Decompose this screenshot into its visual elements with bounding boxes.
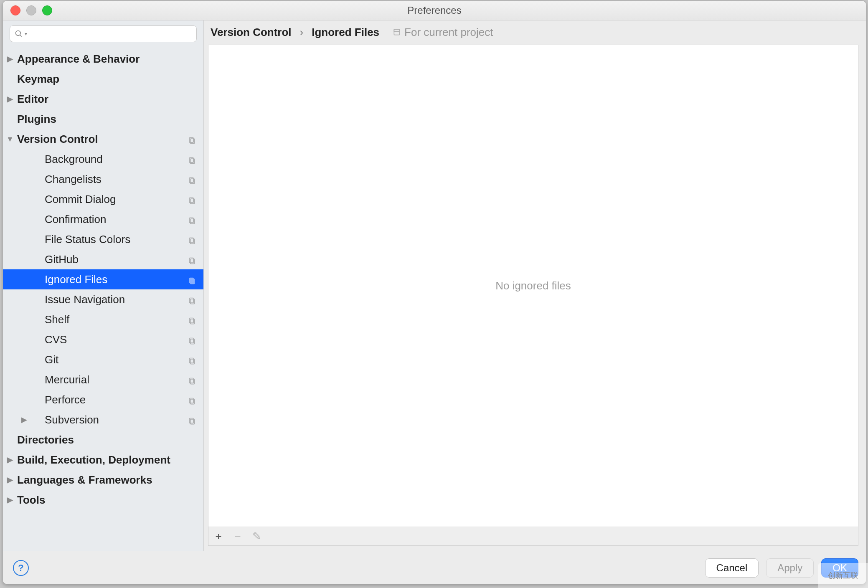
sidebar-item-cvs[interactable]: CVS (3, 329, 203, 350)
sidebar-item-version-control[interactable]: ▼Version Control (3, 129, 203, 149)
cancel-button[interactable]: Cancel (705, 558, 759, 578)
sidebar-item-label: Directories (17, 433, 203, 446)
sidebar-item-label: CVS (45, 333, 203, 346)
sidebar-item-issue-navigation[interactable]: Issue Navigation (3, 289, 203, 309)
add-button[interactable]: + (213, 530, 224, 542)
search-dropdown-icon[interactable]: ▾ (25, 31, 27, 37)
sidebar-item-appearance-behavior[interactable]: ▶Appearance & Behavior (3, 49, 203, 69)
sidebar-item-confirmation[interactable]: Confirmation (3, 209, 203, 229)
breadcrumb-part-2: Ignored Files (312, 26, 379, 39)
help-button[interactable]: ? (13, 560, 29, 576)
search-icon (15, 30, 23, 38)
project-scope-icon (188, 315, 196, 324)
dialog-footer: ? Cancel Apply OK (3, 551, 866, 584)
sidebar: ▾ ▶Appearance & BehaviorKeymap▶EditorPlu… (3, 20, 204, 551)
scope-label: For current project (393, 26, 493, 39)
svg-rect-32 (394, 29, 399, 35)
sidebar-item-label: Issue Navigation (45, 293, 203, 306)
project-scope-icon (188, 335, 196, 344)
sidebar-item-label: Editor (17, 93, 203, 106)
sidebar-item-build-execution-deployment[interactable]: ▶Build, Execution, Deployment (3, 450, 203, 470)
project-scope-icon (188, 155, 196, 163)
sidebar-item-languages-frameworks[interactable]: ▶Languages & Frameworks (3, 470, 203, 490)
preferences-window: Preferences ▾ ▶Appearance & BehaviorKeym… (3, 0, 866, 584)
sidebar-item-label: File Status Colors (45, 233, 203, 246)
sidebar-item-changelists[interactable]: Changelists (3, 169, 203, 189)
sidebar-item-perforce[interactable]: Perforce (3, 390, 203, 410)
sidebar-item-label: Shelf (45, 313, 203, 326)
project-scope-icon (188, 355, 196, 364)
project-scope-icon (188, 175, 196, 183)
panel-toolbar: + − ✎ (208, 527, 858, 545)
breadcrumb: Version Control › Ignored Files For curr… (204, 20, 866, 44)
svg-rect-17 (190, 279, 195, 284)
sidebar-item-label: Appearance & Behavior (17, 53, 203, 66)
sidebar-item-label: Languages & Frameworks (17, 474, 203, 487)
search-field[interactable]: ▾ (10, 25, 197, 42)
content-area: Version Control › Ignored Files For curr… (204, 20, 866, 551)
project-scope-icon (188, 255, 196, 264)
sidebar-item-label: Commit Dialog (45, 193, 203, 206)
sidebar-item-label: Changelists (45, 173, 203, 186)
project-icon (393, 28, 401, 36)
sidebar-item-mercurial[interactable]: Mercurial (3, 370, 203, 390)
sidebar-item-ignored-files[interactable]: Ignored Files (3, 269, 203, 289)
breadcrumb-separator: › (300, 26, 304, 39)
window-title: Preferences (3, 5, 866, 16)
project-scope-icon (188, 275, 196, 284)
chevron-down-icon[interactable]: ▼ (3, 135, 17, 144)
chevron-right-icon[interactable]: ▶ (3, 475, 17, 484)
sidebar-item-subversion[interactable]: ▶Subversion (3, 410, 203, 430)
apply-button[interactable]: Apply (766, 558, 814, 578)
sidebar-item-file-status-colors[interactable]: File Status Colors (3, 229, 203, 249)
sidebar-item-git[interactable]: Git (3, 350, 203, 370)
sidebar-item-tools[interactable]: ▶Tools (3, 490, 203, 510)
sidebar-item-keymap[interactable]: Keymap (3, 69, 203, 89)
remove-button[interactable]: − (232, 530, 244, 542)
project-scope-icon (188, 195, 196, 203)
sidebar-item-editor[interactable]: ▶Editor (3, 89, 203, 109)
sidebar-item-directories[interactable]: Directories (3, 430, 203, 450)
empty-state-text: No ignored files (208, 45, 858, 527)
scope-text: For current project (404, 26, 493, 39)
sidebar-item-background[interactable]: Background (3, 149, 203, 169)
sidebar-item-label: Ignored Files (45, 273, 203, 286)
sidebar-item-label: Background (45, 153, 203, 166)
search-input[interactable] (10, 25, 197, 42)
sidebar-item-shelf[interactable]: Shelf (3, 309, 203, 329)
sidebar-item-label: Git (45, 353, 203, 366)
project-scope-icon (188, 375, 196, 384)
chevron-right-icon[interactable]: ▶ (3, 54, 17, 63)
sidebar-item-label: Tools (17, 494, 203, 507)
project-scope-icon (188, 416, 196, 424)
ignored-files-panel: No ignored files + − ✎ (208, 45, 858, 546)
watermark: 创新互联 (818, 563, 868, 588)
edit-button[interactable]: ✎ (251, 530, 263, 542)
sidebar-item-github[interactable]: GitHub (3, 249, 203, 269)
titlebar: Preferences (3, 1, 866, 20)
project-scope-icon (188, 295, 196, 304)
project-scope-icon (188, 395, 196, 404)
project-scope-icon (188, 235, 196, 243)
svg-rect-33 (394, 29, 399, 31)
project-scope-icon (188, 135, 196, 143)
sidebar-item-label: Version Control (17, 133, 203, 146)
sidebar-item-label: Build, Execution, Deployment (17, 454, 203, 466)
breadcrumb-part-1[interactable]: Version Control (211, 26, 292, 39)
sidebar-item-commit-dialog[interactable]: Commit Dialog (3, 189, 203, 209)
chevron-right-icon[interactable]: ▶ (3, 455, 17, 464)
chevron-right-icon[interactable]: ▶ (3, 495, 17, 504)
sidebar-item-label: Plugins (17, 113, 203, 126)
sidebar-item-plugins[interactable]: Plugins (3, 109, 203, 129)
sidebar-item-label: Perforce (45, 393, 203, 406)
chevron-right-icon[interactable]: ▶ (17, 415, 31, 424)
sidebar-item-label: Mercurial (45, 373, 203, 386)
svg-point-0 (16, 31, 21, 36)
sidebar-item-label: Confirmation (45, 213, 203, 226)
project-scope-icon (188, 215, 196, 223)
sidebar-item-label: Keymap (17, 73, 203, 86)
settings-tree[interactable]: ▶Appearance & BehaviorKeymap▶EditorPlugi… (3, 47, 203, 551)
chevron-right-icon[interactable]: ▶ (3, 94, 17, 104)
sidebar-item-label: Subversion (45, 413, 203, 426)
sidebar-item-label: GitHub (45, 253, 203, 266)
